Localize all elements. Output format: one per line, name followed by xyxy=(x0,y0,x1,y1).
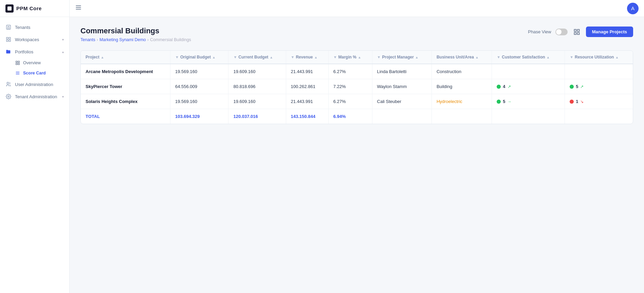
sidebar-item-workspaces-label: Workspaces xyxy=(15,37,59,42)
pm-sort-icon: ▲ xyxy=(415,55,419,59)
sidebar-item-user-admin[interactable]: User Administration xyxy=(0,78,69,90)
sidebar-sub-item-overview[interactable]: Overview xyxy=(15,58,69,68)
cell-project: SkyPiercer Tower xyxy=(81,79,170,94)
table-row: SkyPiercer Tower64.556.00980.818.696100.… xyxy=(81,79,633,94)
cell-total-cs xyxy=(492,109,565,124)
sidebar-item-workspaces[interactable]: Workspaces ▾ xyxy=(0,33,69,46)
svg-rect-3 xyxy=(6,40,8,41)
cell-project: Solaris Heights Complex xyxy=(81,94,170,109)
app-logo: PPM Core xyxy=(0,0,69,17)
cell-resource-utilization: 1 ↘ xyxy=(565,94,633,109)
main-content: Commersial Buildings Tenants › Marketing… xyxy=(70,17,644,293)
cell-current-budget: 19.609.160 xyxy=(228,64,286,79)
cell-total-label: TOTAL xyxy=(81,109,170,124)
portfolios-submenu: Overview Score Card xyxy=(0,58,69,78)
col-project[interactable]: Project ▲ xyxy=(81,51,170,64)
cs-arrow: ↗ xyxy=(508,84,511,89)
svg-rect-6 xyxy=(18,61,19,63)
cell-resource-utilization xyxy=(565,64,633,79)
building-icon xyxy=(5,24,12,30)
col-customer-satisfaction[interactable]: ▼ Customer Satisfaction ▲ xyxy=(492,51,565,64)
topbar-left xyxy=(75,4,82,13)
phase-view-label: Phase View xyxy=(528,29,551,34)
svg-rect-17 xyxy=(574,29,576,31)
cell-total-current-budget: 120.037.016 xyxy=(228,109,286,124)
tenant-admin-chevron: ▾ xyxy=(62,95,64,99)
cell-total-pm xyxy=(372,109,431,124)
cell-margin: 6.27% xyxy=(328,64,372,79)
cell-business-unit: Building xyxy=(431,79,492,94)
cell-original-budget: 19.569.160 xyxy=(170,64,228,79)
cs-sort-icon: ▲ xyxy=(547,55,550,59)
ru-arrow: ↘ xyxy=(580,99,584,104)
current-budget-filter-icon: ▼ xyxy=(233,55,237,59)
cell-project: Arcane Metropolis Development xyxy=(81,64,170,79)
margin-filter-icon: ▼ xyxy=(333,55,337,59)
col-project-manager[interactable]: ▼ Project Manager ▲ xyxy=(372,51,431,64)
cell-margin: 7.22% xyxy=(328,79,372,94)
sidebar-item-tenant-admin[interactable]: Tenant Administration ▾ xyxy=(0,90,69,103)
original-budget-sort-icon: ▲ xyxy=(212,55,216,59)
sidebar-sub-item-scorecard[interactable]: Score Card xyxy=(15,68,69,78)
col-current-budget[interactable]: ▼ Current Budget ▲ xyxy=(228,51,286,64)
cell-original-budget: 64.556.009 xyxy=(170,79,228,94)
cell-business-unit: Construction xyxy=(431,64,492,79)
sidebar-item-portfolios[interactable]: Portfolios ▴ xyxy=(0,46,69,58)
cell-current-budget: 19.609.160 xyxy=(228,94,286,109)
page-actions: Phase View Manage Projects xyxy=(528,27,633,37)
svg-rect-1 xyxy=(6,37,8,39)
svg-rect-5 xyxy=(16,61,17,63)
manage-projects-button[interactable]: Manage Projects xyxy=(586,27,633,37)
table-header-row: Project ▲ ▼ Original Budget ▲ xyxy=(81,51,633,64)
col-revenue[interactable]: ▼ Revenue ▲ xyxy=(286,51,328,64)
cs-dot xyxy=(497,85,501,89)
cell-current-budget: 80.818.696 xyxy=(228,79,286,94)
cell-customer-satisfaction: 4 ↗ xyxy=(492,79,565,94)
ru-dot xyxy=(570,85,574,89)
pm-filter-icon: ▼ xyxy=(377,55,381,59)
page-title: Commersial Buildings xyxy=(80,27,191,35)
svg-rect-2 xyxy=(9,37,11,39)
breadcrumb: Tenants › Marketing Synami Demo › Commer… xyxy=(80,37,191,42)
ru-sort-icon: ▲ xyxy=(615,55,619,59)
svg-rect-7 xyxy=(16,63,17,65)
phase-view-toggle[interactable] xyxy=(555,29,568,35)
cell-total-bu xyxy=(431,109,492,124)
user-avatar[interactable]: A xyxy=(627,3,639,14)
svg-rect-18 xyxy=(577,29,579,31)
col-business-unit[interactable]: Business Unit/Area ▲ xyxy=(431,51,492,64)
topbar: A xyxy=(70,0,644,17)
svg-rect-4 xyxy=(9,40,11,41)
col-resource-utilization[interactable]: ▼ Resource Utilization ▲ xyxy=(565,51,633,64)
grid-icon xyxy=(5,36,12,42)
sidebar-item-tenants[interactable]: Tenants xyxy=(0,21,69,33)
workspaces-chevron: ▾ xyxy=(62,38,64,41)
sidebar-nav: Tenants Workspaces ▾ Portfolios ▴ Overvi… xyxy=(0,17,69,293)
page-title-block: Commersial Buildings Tenants › Marketing… xyxy=(80,27,191,42)
cell-revenue: 21.443.991 xyxy=(286,64,328,79)
ru-dot xyxy=(570,100,574,104)
sidebar-item-user-admin-label: User Administration xyxy=(15,82,64,87)
breadcrumb-marketing[interactable]: Marketing Synami Demo xyxy=(99,37,146,42)
overview-label: Overview xyxy=(23,61,41,65)
bu-sort-icon: ▲ xyxy=(475,55,479,59)
cell-customer-satisfaction: 5 → xyxy=(492,94,565,109)
cell-total-margin: 6.94% xyxy=(328,109,372,124)
cell-customer-satisfaction xyxy=(492,64,565,79)
sidebar-item-tenant-admin-label: Tenant Administration xyxy=(15,94,59,99)
folder-icon xyxy=(5,49,12,55)
grid-view-icon[interactable] xyxy=(572,27,582,37)
cell-project-manager: Cali Steuber xyxy=(372,94,431,109)
col-margin[interactable]: ▼ Margin % ▲ xyxy=(328,51,372,64)
revenue-sort-icon: ▲ xyxy=(314,55,317,59)
breadcrumb-tenants[interactable]: Tenants xyxy=(80,37,95,42)
hamburger-icon[interactable] xyxy=(75,4,82,13)
cell-project-manager: Linda Bartoletti xyxy=(372,64,431,79)
ru-filter-icon: ▼ xyxy=(570,55,573,59)
page-header: Commersial Buildings Tenants › Marketing… xyxy=(80,27,633,42)
ru-arrow: ↗ xyxy=(580,84,584,89)
margin-sort-icon: ▲ xyxy=(358,55,361,59)
project-sort-icon: ▲ xyxy=(101,55,104,59)
col-original-budget[interactable]: ▼ Original Budget ▲ xyxy=(170,51,228,64)
cell-revenue: 21.443.991 xyxy=(286,94,328,109)
